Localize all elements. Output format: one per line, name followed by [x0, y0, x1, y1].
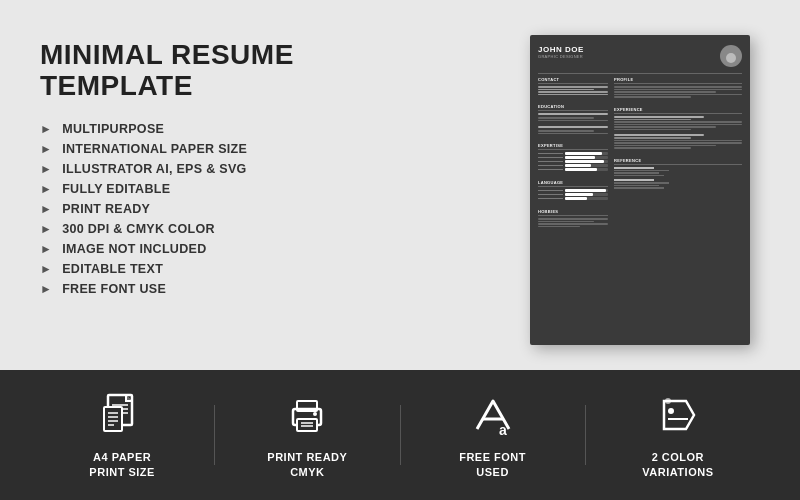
colors-label: 2 COLOR VARIATIONS [642, 450, 713, 481]
features-list: ► MULTIPURPOSE ► INTERNATIONAL PAPER SIZ… [40, 122, 510, 296]
top-section: MINIMAL RESUME TEMPLATE ► MULTIPURPOSE ►… [0, 0, 800, 370]
arrow-icon: ► [40, 282, 52, 296]
expertise-section: EXPERTISE [538, 143, 608, 172]
expertise-title: EXPERTISE [538, 143, 608, 150]
resume-avatar [720, 45, 742, 67]
printer-icon [282, 390, 332, 440]
paper-icon [97, 390, 147, 440]
education-title: EDUCATION [538, 104, 608, 111]
arrow-icon: ► [40, 182, 52, 196]
resume-mockup: JOHN DOE GRAPHIC DESIGNER CONTACT [530, 35, 750, 345]
bottom-feature-print: PRINT READY CMYK [215, 390, 399, 481]
svg-text:a: a [499, 422, 507, 438]
feature-dpi: ► 300 DPI & CMYK COLOR [40, 222, 510, 236]
resume-divider [538, 73, 742, 74]
profile-section: PROFILE [614, 77, 742, 99]
arrow-icon: ► [40, 262, 52, 276]
resume-left-column: CONTACT EDUCATION [538, 77, 608, 327]
bottom-feature-font: a FREE FONT USED [401, 390, 585, 481]
resume-header: JOHN DOE GRAPHIC DESIGNER [538, 45, 742, 67]
experience-title: EXPERIENCE [614, 107, 742, 114]
arrow-icon: ► [40, 162, 52, 176]
language-section: LANGUAGE [538, 180, 608, 201]
feature-image: ► IMAGE NOT INCLUDED [40, 242, 510, 256]
feature-editable: ► FULLY EDITABLE [40, 182, 510, 196]
feature-multipurpose: ► MULTIPURPOSE [40, 122, 510, 136]
profile-title: PROFILE [614, 77, 742, 84]
svg-rect-6 [104, 407, 122, 431]
feature-illustrator: ► ILLUSTRATOR AI, EPS & SVG [40, 162, 510, 176]
arrow-icon: ► [40, 142, 52, 156]
print-label: PRINT READY CMYK [267, 450, 347, 481]
svg-point-21 [665, 398, 671, 404]
reference-title: REFERENCE [614, 158, 742, 165]
a4-label: A4 PAPER PRINT SIZE [89, 450, 155, 481]
left-content: MINIMAL RESUME TEMPLATE ► MULTIPURPOSE ►… [40, 30, 510, 350]
contact-section: CONTACT [538, 77, 608, 96]
arrow-icon: ► [40, 242, 52, 256]
contact-title: CONTACT [538, 77, 608, 84]
resume-body: CONTACT EDUCATION [538, 77, 742, 327]
language-title: LANGUAGE [538, 180, 608, 187]
reference-section: REFERENCE [614, 158, 742, 192]
svg-point-16 [313, 412, 317, 416]
arrow-icon: ► [40, 222, 52, 236]
resume-right-column: PROFILE EXPERIENCE [614, 77, 742, 327]
resume-name: JOHN DOE [538, 45, 584, 54]
resume-preview-container: JOHN DOE GRAPHIC DESIGNER CONTACT [510, 30, 770, 350]
palette-icon [653, 390, 703, 440]
experience-section: EXPERIENCE [614, 107, 742, 150]
bottom-feature-colors: 2 COLOR VARIATIONS [586, 390, 770, 481]
hobbies-title: HOBBIES [538, 209, 608, 216]
svg-point-19 [668, 408, 674, 414]
hobbies-section: HOBBIES [538, 209, 608, 228]
feature-free-font: ► FREE FONT USE [40, 282, 510, 296]
feature-print-ready: ► PRINT READY [40, 202, 510, 216]
page-title: MINIMAL RESUME TEMPLATE [40, 40, 510, 102]
arrow-icon: ► [40, 122, 52, 136]
resume-subtitle: GRAPHIC DESIGNER [538, 54, 584, 59]
feature-paper-size: ► INTERNATIONAL PAPER SIZE [40, 142, 510, 156]
font-icon: a [468, 390, 518, 440]
feature-editable-text: ► EDITABLE TEXT [40, 262, 510, 276]
font-label: FREE FONT USED [459, 450, 526, 481]
arrow-icon: ► [40, 202, 52, 216]
bottom-section: A4 PAPER PRINT SIZE PRINT READY CMYK [0, 370, 800, 500]
education-section: EDUCATION [538, 104, 608, 135]
svg-rect-13 [297, 419, 317, 431]
main-container: MINIMAL RESUME TEMPLATE ► MULTIPURPOSE ►… [0, 0, 800, 500]
bottom-feature-a4: A4 PAPER PRINT SIZE [30, 390, 214, 481]
